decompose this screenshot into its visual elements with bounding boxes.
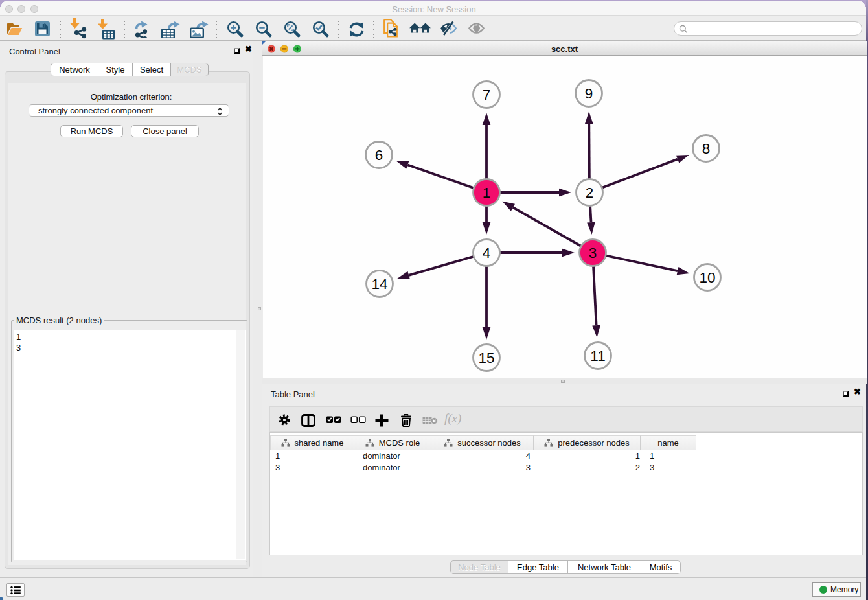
svg-text:4: 4 — [483, 245, 491, 261]
svg-text:7: 7 — [483, 87, 491, 103]
svg-text:11: 11 — [590, 348, 605, 364]
svg-text:3: 3 — [589, 245, 597, 261]
svg-text:15: 15 — [478, 350, 494, 366]
svg-text:8: 8 — [702, 141, 711, 157]
svg-text:10: 10 — [699, 270, 715, 286]
svg-text:1: 1 — [483, 185, 491, 201]
svg-text:14: 14 — [371, 276, 387, 292]
svg-text:6: 6 — [375, 147, 383, 163]
svg-text:2: 2 — [586, 185, 594, 201]
svg-text:9: 9 — [585, 86, 593, 102]
